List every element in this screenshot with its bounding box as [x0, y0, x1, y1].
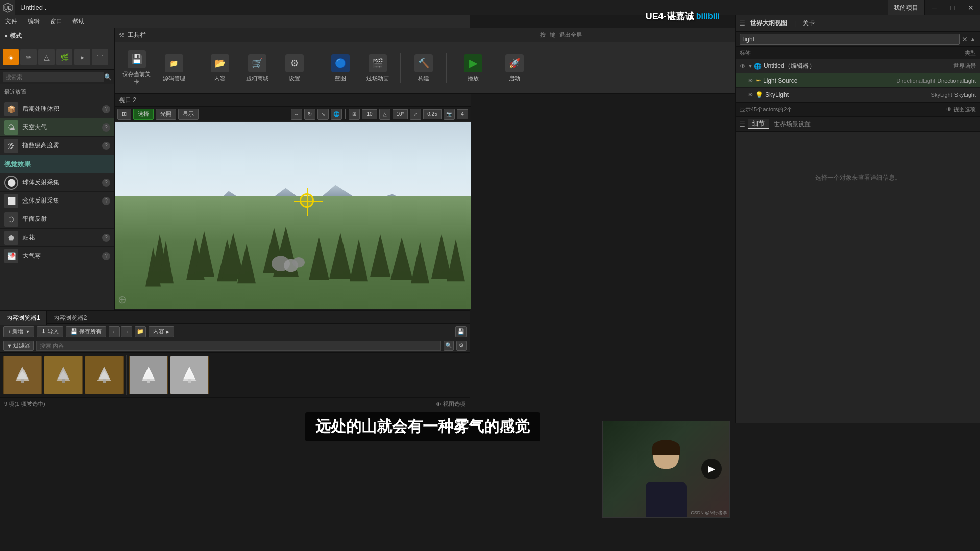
- webcam-play-btn[interactable]: ▶: [701, 459, 722, 479]
- foliage-item-4[interactable]: [129, 356, 168, 394]
- filter-btn[interactable]: ▼ 过滤器: [3, 341, 34, 351]
- outliner-row-skylight[interactable]: 👁 💡 SkyLight SkyLight SkyLight: [736, 88, 980, 102]
- search-input[interactable]: [3, 72, 104, 82]
- grid-icon-btn[interactable]: ⊞: [349, 109, 360, 120]
- toolbar-extra-btn1[interactable]: 按: [540, 31, 546, 39]
- skylight-eye-icon[interactable]: 👁: [748, 92, 753, 98]
- skyatmo-info[interactable]: ?: [102, 123, 110, 132]
- menu-edit[interactable]: 编辑: [22, 15, 45, 28]
- content-settings-btn[interactable]: ⚙: [456, 341, 467, 351]
- panel-item-atmofog[interactable]: 🌁 大气雾 ?: [0, 247, 114, 265]
- show-btn[interactable]: 显示: [178, 109, 199, 120]
- atmofog-info[interactable]: ?: [102, 252, 110, 260]
- scale-num-btn[interactable]: ⤢: [410, 109, 421, 120]
- grid-size-input[interactable]: 10: [362, 109, 377, 119]
- cb-divider: [126, 355, 127, 395]
- perspective-btn[interactable]: ⊞: [117, 109, 131, 120]
- foliage-mode-btn[interactable]: 🌿: [56, 49, 72, 65]
- cinematics-button[interactable]: 🎬 过场动画: [361, 48, 394, 88]
- outliner-tab-title[interactable]: 世界大纲视图: [750, 19, 787, 28]
- more-tools-btn[interactable]: ⋮⋮: [92, 49, 108, 65]
- panel-item-plane-reflect[interactable]: ⬡ 平面反射: [0, 210, 114, 229]
- select-mode-btn[interactable]: ◈: [3, 49, 19, 65]
- foliage-item-2[interactable]: [44, 356, 83, 394]
- build-button[interactable]: 🔨 构建: [407, 48, 440, 88]
- gizmo-widget[interactable]: [300, 193, 314, 208]
- blueprint-button[interactable]: 🔵 蓝图: [324, 48, 357, 88]
- level-tab[interactable]: 关卡: [803, 19, 815, 28]
- heightfog-info[interactable]: ?: [102, 142, 110, 150]
- row-eye-icon[interactable]: 👁: [740, 63, 746, 70]
- outliner-search[interactable]: [740, 34, 960, 45]
- camera-speed-btn[interactable]: 📷: [444, 109, 455, 120]
- nav-fwd-btn[interactable]: →: [121, 326, 132, 337]
- outliner-row-untitled[interactable]: 👁 ▼ 🌐 Untitled（编辑器） 世界场景: [736, 59, 980, 73]
- details-tab[interactable]: 细节: [748, 119, 769, 129]
- camera-speed-input[interactable]: 4: [457, 109, 468, 119]
- foliage-item-5[interactable]: [170, 356, 209, 394]
- landscape-mode-btn[interactable]: △: [38, 49, 55, 65]
- menu-file[interactable]: 文件: [0, 15, 22, 28]
- panel-item-postprocess[interactable]: 📦 后期处理体积 ?: [0, 100, 114, 118]
- save-all-btn[interactable]: 💾 保存所有: [66, 326, 106, 337]
- my-project-button[interactable]: 我的项目: [888, 0, 925, 15]
- folder-btn[interactable]: 📁: [135, 326, 146, 337]
- source-control-button[interactable]: 📁 源码管理: [157, 48, 190, 88]
- cb-view-options[interactable]: 👁 视图选项: [436, 400, 465, 408]
- details-empty-text: 选择一个对象来查看详细信息。: [815, 173, 901, 182]
- angle-input[interactable]: 10°: [393, 109, 408, 119]
- toolbar-extra-btn2[interactable]: 键: [550, 31, 555, 39]
- menu-help[interactable]: 帮助: [67, 15, 90, 28]
- settings-button[interactable]: ⚙ 设置: [278, 48, 311, 88]
- menu-window[interactable]: 窗口: [45, 15, 67, 28]
- foliage-item-1[interactable]: [3, 356, 42, 394]
- select-btn[interactable]: 选择: [133, 109, 154, 120]
- marketplace-button[interactable]: 🛒 虚幻商城: [240, 48, 274, 88]
- lighting-btn[interactable]: 光照: [156, 109, 176, 120]
- transform-icon-btn[interactable]: ↔: [291, 109, 302, 120]
- postprocess-info[interactable]: ?: [102, 105, 110, 113]
- view-options-btn[interactable]: 👁 视图选项: [946, 106, 976, 113]
- panel-item-visualfx[interactable]: 视觉效果: [0, 155, 114, 173]
- toolbar-extra-btn3[interactable]: 退出全屏: [559, 31, 582, 39]
- box-reflect-info[interactable]: ?: [102, 197, 110, 205]
- foliage-item-3[interactable]: [85, 356, 124, 394]
- panel-item-decal[interactable]: ⬟ 贴花 ?: [0, 229, 114, 247]
- search-clear-icon[interactable]: ✕: [962, 35, 968, 43]
- content-search-icon-btn[interactable]: 🔍: [444, 341, 454, 351]
- import-btn[interactable]: ⬇ 导入: [37, 326, 63, 337]
- content-button[interactable]: 📂 内容: [203, 48, 236, 88]
- panel-item-box-reflect[interactable]: ⬜ 盒体反射采集 ?: [0, 192, 114, 210]
- minimize-button[interactable]: ─: [925, 0, 943, 15]
- world-settings-tab[interactable]: 世界场景设置: [770, 120, 815, 129]
- path-display[interactable]: 内容 ▶: [149, 326, 174, 337]
- panel-item-heightfog[interactable]: 🌫 指数级高度雾 ?: [0, 137, 114, 155]
- decal-info[interactable]: ?: [102, 234, 110, 242]
- maximize-button[interactable]: □: [943, 0, 962, 15]
- viewport[interactable]: 视口 2 ⊞ 选择 光照 显示 ↔ ↻ ⤡ 🌐 ⊞ 10 △ 10° ⤢ 0.2…: [115, 94, 471, 309]
- lightsource-eye-icon[interactable]: 👁: [748, 78, 753, 84]
- cb-tab2[interactable]: 内容浏览器2: [47, 311, 94, 325]
- new-btn[interactable]: + 新增 ▼: [3, 326, 34, 337]
- scale-icon-btn[interactable]: ⤡: [317, 109, 329, 120]
- outliner-row-lightsource[interactable]: 👁 ☀ Light Source DirectionalLight Direct…: [736, 73, 980, 88]
- sphere-reflect-info[interactable]: ?: [102, 179, 110, 187]
- content-search-input[interactable]: [36, 341, 441, 351]
- scale-input[interactable]: 0.25: [423, 109, 442, 119]
- world-icon-btn[interactable]: 🌐: [331, 109, 342, 120]
- rotate-icon-btn[interactable]: ↻: [304, 109, 315, 120]
- panel-item-sphere-reflect[interactable]: ⚪ 球体反射采集 ?: [0, 173, 114, 192]
- search-collapse-icon[interactable]: ▲: [970, 36, 976, 43]
- launch-button[interactable]: 🚀 启动: [498, 48, 531, 88]
- nav-back-btn[interactable]: ←: [109, 326, 120, 337]
- play-button[interactable]: ▶ 播放: [453, 48, 494, 88]
- row-expand-icon[interactable]: ▼: [748, 63, 753, 69]
- save-level-button[interactable]: 💾 保存当前关卡: [120, 48, 153, 88]
- cb-tab1[interactable]: 内容浏览器1: [0, 311, 47, 325]
- angle-icon-btn[interactable]: △: [379, 109, 390, 120]
- save-icon-btn[interactable]: 💾: [455, 326, 467, 337]
- paint-mode-btn[interactable]: ✏: [20, 49, 37, 65]
- panel-item-skyatmo[interactable]: 🌤 天空大气 ?: [0, 118, 114, 137]
- close-button[interactable]: ✕: [962, 0, 980, 15]
- mesh-mode-btn[interactable]: ▸: [74, 49, 90, 65]
